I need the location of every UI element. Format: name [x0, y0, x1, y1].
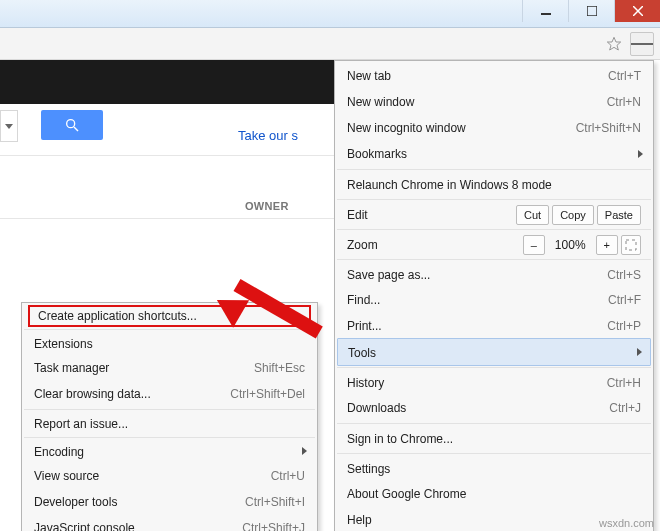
svg-rect-8 [626, 240, 636, 250]
menu-item-edit: Edit Cut Copy Paste [337, 199, 651, 227]
menu-item-print[interactable]: Print...Ctrl+P [337, 313, 651, 339]
svg-marker-4 [607, 37, 620, 50]
search-icon [64, 117, 80, 133]
menu-item-settings[interactable]: Settings [337, 453, 651, 481]
menu-item-about[interactable]: About Google Chrome [337, 481, 651, 507]
menu-item-downloads[interactable]: DownloadsCtrl+J [337, 395, 651, 421]
submenu-item-task-manager[interactable]: Task managerShift+Esc [24, 355, 315, 381]
submenu-item-encoding[interactable]: Encoding [24, 437, 315, 463]
menu-item-find[interactable]: Find...Ctrl+F [337, 287, 651, 313]
menu-item-zoom: Zoom – 100% + [337, 229, 651, 257]
menu-item-bookmarks[interactable]: Bookmarks [337, 141, 651, 167]
watermark: wsxdn.com [599, 517, 654, 529]
menu-item-new-window[interactable]: New windowCtrl+N [337, 89, 651, 115]
svg-rect-0 [541, 13, 551, 15]
app-header-bar [0, 60, 338, 104]
chrome-main-menu: New tabCtrl+T New windowCtrl+N New incog… [334, 60, 654, 531]
menu-item-save-as[interactable]: Save page as...Ctrl+S [337, 259, 651, 287]
menu-item-incognito[interactable]: New incognito windowCtrl+Shift+N [337, 115, 651, 141]
zoom-value: 100% [548, 235, 593, 255]
menu-item-new-tab[interactable]: New tabCtrl+T [337, 63, 651, 89]
edit-paste-button[interactable]: Paste [597, 205, 641, 225]
svg-rect-1 [587, 6, 597, 16]
fullscreen-icon[interactable] [621, 235, 641, 255]
menu-item-relaunch-win8[interactable]: Relaunch Chrome in Windows 8 mode [337, 169, 651, 197]
window-maximize-button[interactable] [568, 0, 614, 22]
chrome-menu-button[interactable] [630, 32, 654, 56]
submenu-item-report-issue[interactable]: Report an issue... [24, 409, 315, 435]
divider [0, 155, 338, 156]
divider [0, 218, 338, 219]
svg-point-6 [67, 120, 75, 128]
zoom-in-button[interactable]: + [596, 235, 618, 255]
menu-item-tools[interactable]: Tools [337, 338, 651, 366]
submenu-item-view-source[interactable]: View sourceCtrl+U [24, 463, 315, 489]
bookmark-star-icon[interactable] [602, 32, 626, 56]
svg-marker-5 [5, 124, 13, 129]
submenu-item-clear-browsing-data[interactable]: Clear browsing data...Ctrl+Shift+Del [24, 381, 315, 407]
dropdown-caret-button[interactable] [0, 110, 18, 142]
svg-line-7 [74, 127, 78, 131]
edit-copy-button[interactable]: Copy [552, 205, 594, 225]
window-close-button[interactable] [614, 0, 660, 22]
search-button[interactable] [41, 110, 103, 140]
edit-cut-button[interactable]: Cut [516, 205, 549, 225]
submenu-item-js-console[interactable]: JavaScript consoleCtrl+Shift+J [24, 515, 315, 531]
menu-item-sign-in[interactable]: Sign in to Chrome... [337, 423, 651, 451]
browser-toolbar [0, 28, 660, 60]
take-our-link[interactable]: Take our s [238, 128, 298, 143]
owner-column-header: OWNER [245, 200, 289, 212]
zoom-out-button[interactable]: – [523, 235, 545, 255]
submenu-item-developer-tools[interactable]: Developer toolsCtrl+Shift+I [24, 489, 315, 515]
window-minimize-button[interactable] [522, 0, 568, 22]
window-titlebar [0, 0, 660, 28]
menu-item-history[interactable]: HistoryCtrl+H [337, 367, 651, 395]
submenu-item-extensions[interactable]: Extensions [24, 329, 315, 355]
tools-submenu: Create application shortcuts... Extensio… [21, 302, 318, 531]
submenu-item-create-app-shortcuts[interactable]: Create application shortcuts... [28, 305, 311, 327]
